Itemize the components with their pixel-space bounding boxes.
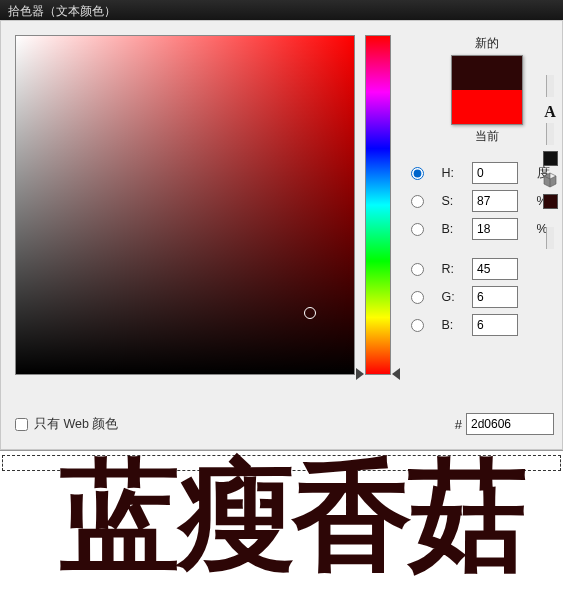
preview-swatches bbox=[451, 55, 523, 125]
ok-button-edge[interactable] bbox=[546, 75, 554, 97]
web-safe-swatch-icon[interactable] bbox=[543, 194, 558, 209]
window-title: 拾色器（文本颜色） bbox=[8, 4, 116, 18]
hue-marker-right bbox=[392, 368, 400, 380]
input-b-rgb[interactable] bbox=[472, 314, 518, 336]
unit-b-rgb bbox=[534, 318, 562, 332]
gamut-warning-icon[interactable]: A bbox=[544, 103, 556, 121]
new-color-swatch[interactable] bbox=[452, 56, 522, 90]
label-s: S: bbox=[439, 194, 469, 208]
hsb-rgb-grid: H: 度 S: % B: % R: G: bbox=[411, 162, 562, 336]
add-swatch-button-edge[interactable] bbox=[546, 227, 554, 249]
hue-slider[interactable] bbox=[365, 35, 391, 375]
label-r: R: bbox=[439, 262, 469, 276]
web-only-checkbox[interactable] bbox=[15, 418, 28, 431]
radio-b-hsb[interactable] bbox=[411, 223, 424, 236]
hex-input[interactable] bbox=[466, 413, 554, 435]
web-only-label: 只有 Web 颜色 bbox=[34, 416, 118, 433]
radio-r[interactable] bbox=[411, 263, 424, 276]
radio-g[interactable] bbox=[411, 291, 424, 304]
radio-b-rgb[interactable] bbox=[411, 319, 424, 332]
canvas-text[interactable]: 蓝瘦香菇 bbox=[60, 455, 524, 575]
radio-s[interactable] bbox=[411, 195, 424, 208]
unit-r bbox=[534, 262, 562, 276]
bottom-row: 只有 Web 颜色 # bbox=[15, 413, 554, 435]
gamut-swatch-icon[interactable] bbox=[543, 151, 558, 166]
label-b-rgb: B: bbox=[439, 318, 469, 332]
label-h: H: bbox=[439, 166, 469, 180]
color-picker-window: 拾色器（文本颜色） 新的 当前 A bbox=[0, 0, 563, 599]
cancel-button-edge[interactable] bbox=[546, 123, 554, 145]
sv-marker bbox=[304, 307, 316, 319]
color-picker-dialog: 新的 当前 A H: 度 bbox=[0, 20, 563, 450]
input-h[interactable] bbox=[472, 162, 518, 184]
hex-hash: # bbox=[455, 417, 462, 432]
unit-g bbox=[534, 290, 562, 304]
web-safe-cube-icon[interactable] bbox=[542, 172, 558, 188]
radio-h[interactable] bbox=[411, 167, 424, 180]
input-b-hsb[interactable] bbox=[472, 218, 518, 240]
canvas-area[interactable]: 蓝瘦香菇 bbox=[0, 450, 563, 599]
saturation-value-field[interactable] bbox=[15, 35, 355, 375]
web-only-check[interactable]: 只有 Web 颜色 bbox=[15, 416, 118, 433]
input-g[interactable] bbox=[472, 286, 518, 308]
input-s[interactable] bbox=[472, 190, 518, 212]
new-color-label: 新的 bbox=[475, 35, 499, 52]
side-icons: A bbox=[542, 75, 558, 249]
input-r[interactable] bbox=[472, 258, 518, 280]
current-color-swatch[interactable] bbox=[452, 90, 522, 124]
hex-group: # bbox=[455, 413, 554, 435]
hue-marker-left bbox=[356, 368, 364, 380]
current-color-label: 当前 bbox=[475, 128, 499, 145]
label-g: G: bbox=[439, 290, 469, 304]
right-column: 新的 当前 A H: 度 bbox=[411, 35, 562, 435]
color-preview: 新的 当前 bbox=[411, 35, 562, 148]
title-bar: 拾色器（文本颜色） bbox=[0, 0, 563, 20]
label-b-hsb: B: bbox=[439, 222, 469, 236]
